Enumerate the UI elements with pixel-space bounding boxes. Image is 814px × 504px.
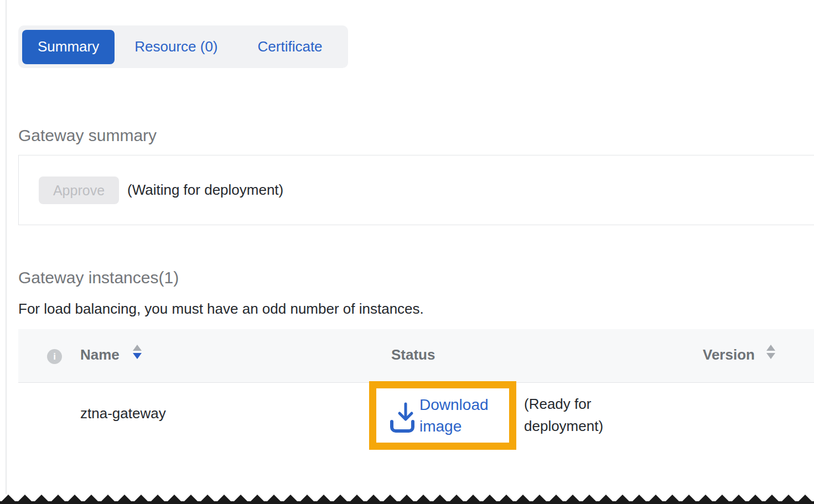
download-image-label: Download image [419, 394, 496, 437]
approve-button[interactable]: Approve [39, 176, 119, 204]
tab-summary[interactable]: Summary [22, 30, 115, 64]
column-header-status: Status [391, 346, 435, 363]
table-row: ztna-gateway Download image (Ready for d… [18, 383, 814, 480]
download-image-link[interactable]: Download image [390, 394, 496, 437]
column-header-version[interactable]: Version [703, 346, 755, 363]
gateway-instances-heading: Gateway instances(1) [18, 268, 179, 287]
tab-bar: Summary Resource (0) Certificate [18, 25, 348, 68]
sort-arrows-icon[interactable] [133, 345, 142, 359]
tab-certificate[interactable]: Certificate [238, 30, 343, 64]
torn-edge-decoration [0, 493, 814, 504]
highlight-annotation-box: Download image [369, 381, 516, 450]
sort-desc-icon [133, 353, 142, 359]
deployment-waiting-note: (Waiting for deployment) [127, 181, 283, 199]
sort-desc-icon [766, 353, 775, 359]
tab-resource[interactable]: Resource (0) [115, 30, 237, 64]
gateway-summary-heading: Gateway summary [18, 126, 157, 145]
sort-asc-icon [766, 345, 775, 351]
info-icon[interactable]: i [47, 349, 62, 364]
sort-arrows-icon[interactable] [766, 345, 775, 359]
download-icon [390, 402, 417, 434]
instance-name-cell: ztna-gateway [80, 405, 166, 422]
column-header-name[interactable]: Name [80, 346, 120, 363]
gateway-summary-panel: Approve (Waiting for deployment) [18, 155, 814, 225]
panel-divider-line [6, 0, 7, 494]
table-header-row: i Name Status Version [18, 329, 814, 383]
sort-asc-icon [133, 345, 142, 351]
ready-for-deployment-note: (Ready for deployment) [524, 393, 632, 437]
gateway-instances-table: i Name Status Version ztna-gateway Downl… [18, 329, 814, 480]
load-balancing-hint: For load balancing, you must have an odd… [18, 300, 424, 318]
